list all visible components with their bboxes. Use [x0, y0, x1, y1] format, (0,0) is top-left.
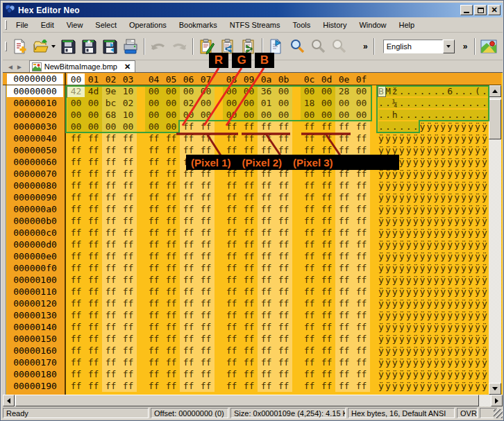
hex-byte-cell[interactable]: ff [318, 356, 335, 368]
menu-item-bookmarks[interactable]: Bookmarks [173, 19, 224, 31]
hex-byte-cell[interactable]: ff [258, 180, 275, 191]
ascii-row[interactable]: ÿÿÿÿÿÿÿÿÿÿÿÿÿÿÿÿ [378, 262, 489, 274]
hex-byte-cell[interactable]: ff [223, 191, 240, 203]
hex-byte-cell[interactable]: ff [301, 321, 318, 333]
hex-byte-cell[interactable]: ff [197, 345, 215, 356]
hex-byte-cell[interactable]: ff [258, 333, 275, 345]
hex-byte-cell[interactable]: ff [223, 356, 240, 368]
hex-byte-cell[interactable]: ff [353, 227, 370, 239]
hex-byte-cell[interactable]: ff [258, 121, 275, 132]
hex-byte-cell[interactable]: ff [67, 286, 85, 298]
hex-byte-cell[interactable]: ff [145, 144, 162, 156]
hex-byte-cell[interactable]: ff [67, 309, 85, 321]
hex-byte-cell[interactable]: ff [301, 121, 318, 132]
hex-byte-cell[interactable]: 4d [85, 85, 102, 97]
hex-byte-cell[interactable]: ff [301, 356, 318, 368]
hex-byte-cell[interactable]: ff [353, 121, 370, 132]
hex-byte-cell[interactable]: ff [119, 356, 137, 368]
hex-byte-cell[interactable]: ff [145, 286, 162, 298]
hex-byte-cell[interactable]: ff [301, 203, 318, 215]
hex-byte-cell[interactable]: ff [102, 309, 119, 321]
hex-byte-cell[interactable]: ff [119, 227, 137, 239]
hex-byte-cell[interactable]: 00 [318, 97, 335, 109]
hex-byte-cell[interactable]: ff [275, 286, 292, 298]
hex-byte-cell[interactable]: ff [162, 368, 180, 380]
hex-byte-cell[interactable]: 10 [119, 109, 137, 121]
hex-byte-cell[interactable]: ff [145, 156, 162, 168]
hex-byte-cell[interactable]: ff [223, 262, 240, 274]
vertical-scroll-thumb[interactable] [489, 99, 501, 139]
hex-byte-cell[interactable]: ff [197, 380, 215, 392]
hex-byte-cell[interactable]: 00 [318, 109, 335, 121]
hex-byte-cell[interactable]: 00 [335, 109, 353, 121]
hex-byte-cell[interactable]: ff [85, 132, 102, 144]
hex-byte-cell[interactable]: ff [145, 203, 162, 215]
hex-byte-cell[interactable]: ff [119, 286, 137, 298]
hex-byte-cell[interactable]: ff [119, 298, 137, 309]
find-next-button[interactable] [308, 36, 328, 57]
hex-byte-cell[interactable]: ff [318, 321, 335, 333]
hex-byte-cell[interactable]: ff [301, 333, 318, 345]
hex-byte-cell[interactable]: ff [240, 380, 258, 392]
hex-byte-cell[interactable]: ff [180, 215, 197, 227]
hex-byte-cell[interactable]: ff [197, 180, 215, 191]
hex-byte-cell[interactable]: ff [275, 250, 292, 262]
hex-byte-cell[interactable]: ff [145, 215, 162, 227]
hex-byte-cell[interactable]: ff [119, 380, 137, 392]
hex-byte-cell[interactable]: ff [145, 345, 162, 356]
hex-byte-cell[interactable]: ff [335, 356, 353, 368]
hex-byte-cell[interactable]: ff [85, 250, 102, 262]
hex-byte-cell[interactable]: ff [180, 380, 197, 392]
hex-byte-cell[interactable]: ff [335, 345, 353, 356]
hex-byte-cell[interactable]: 00 [85, 97, 102, 109]
image-tools-button[interactable] [478, 36, 499, 57]
ascii-row[interactable]: ÿÿÿÿÿÿÿÿÿÿÿÿÿÿÿÿ [378, 132, 489, 144]
hex-byte-cell[interactable]: ff [85, 380, 102, 392]
hex-byte-cell[interactable]: 10 [119, 85, 137, 97]
hex-byte-cell[interactable]: ff [119, 368, 137, 380]
hex-byte-cell[interactable]: ff [258, 298, 275, 309]
tab-close-icon[interactable]: ✕ [124, 62, 131, 71]
hex-byte-cell[interactable]: ff [240, 262, 258, 274]
hex-byte-cell[interactable]: ff [180, 180, 197, 191]
hex-byte-cell[interactable]: ff [335, 274, 353, 286]
hex-byte-cell[interactable]: ff [85, 239, 102, 250]
hex-byte-cell[interactable]: ff [162, 239, 180, 250]
hex-byte-cell[interactable]: 9e [102, 85, 119, 97]
hex-byte-cell[interactable]: 00 [67, 121, 85, 132]
hex-byte-cell[interactable]: ff [258, 345, 275, 356]
hex-byte-cell[interactable]: ff [258, 309, 275, 321]
menu-item-select[interactable]: Select [89, 19, 123, 31]
menu-item-operations[interactable]: Operations [123, 19, 173, 31]
hex-byte-cell[interactable]: ff [85, 345, 102, 356]
hex-byte-cell[interactable]: ff [258, 368, 275, 380]
hex-byte-cell[interactable]: ff [102, 321, 119, 333]
hex-byte-cell[interactable]: ff [145, 168, 162, 180]
hex-byte-cell[interactable]: 00 [67, 109, 85, 121]
hex-byte-cell[interactable]: ff [102, 191, 119, 203]
language-select-dropdown-button[interactable] [443, 40, 455, 53]
hex-byte-cell[interactable]: ff [85, 333, 102, 345]
hex-byte-cell[interactable]: ff [335, 262, 353, 274]
hex-byte-cell[interactable]: ff [162, 356, 180, 368]
close-button[interactable]: ✕ [488, 5, 501, 15]
hex-byte-cell[interactable]: ff [180, 333, 197, 345]
hex-byte-cell[interactable]: ff [240, 356, 258, 368]
hex-byte-cell[interactable]: ff [301, 132, 318, 144]
ascii-row[interactable]: ÿÿÿÿÿÿÿÿÿÿÿÿÿÿÿÿ [378, 298, 489, 309]
hex-byte-cell[interactable]: ff [119, 262, 137, 274]
hex-byte-cell[interactable]: ff [145, 132, 162, 144]
hex-byte-cell[interactable]: ff [353, 333, 370, 345]
hex-byte-cell[interactable]: ff [162, 215, 180, 227]
hex-byte-cell[interactable]: ff [180, 132, 197, 144]
hex-byte-cell[interactable]: ff [240, 309, 258, 321]
menu-item-window[interactable]: Window [353, 19, 392, 31]
hex-byte-cell[interactable]: ff [119, 156, 137, 168]
hex-byte-cell[interactable]: ff [275, 380, 292, 392]
hex-byte-cell[interactable]: 00 [275, 109, 292, 121]
hex-byte-cell[interactable]: ff [301, 250, 318, 262]
hex-byte-cell[interactable]: ff [318, 227, 335, 239]
hex-byte-cell[interactable]: ff [85, 321, 102, 333]
menu-item-file[interactable]: File [10, 19, 35, 31]
hex-byte-cell[interactable]: ff [353, 191, 370, 203]
